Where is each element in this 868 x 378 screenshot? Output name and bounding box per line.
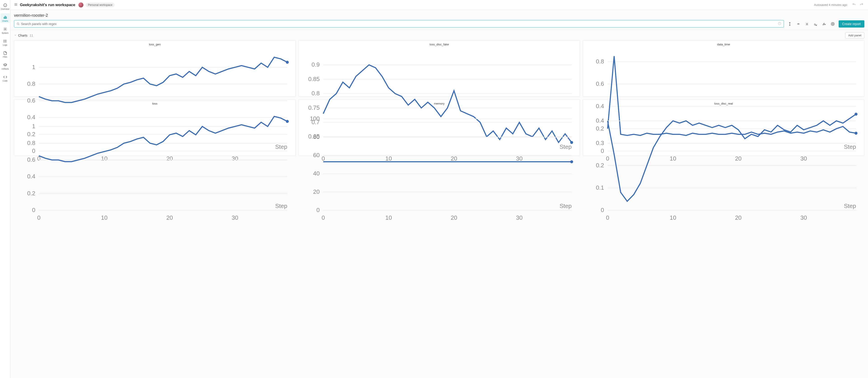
svg-text:0.85: 0.85 [308, 76, 320, 82]
sidebar-item-label: Overview [1, 8, 9, 10]
expand-vertical-icon[interactable] [787, 21, 793, 27]
smoothing-icon[interactable] [813, 21, 818, 27]
search-icon [17, 22, 20, 26]
sidebar-item-charts[interactable]: Charts [1, 13, 10, 23]
sidebar: Overview Charts System Logs Files Artifa… [0, 0, 10, 378]
settings-icon[interactable] [830, 21, 835, 27]
chart-panel[interactable]: loss_gen00.20.40.60.810102030Step [14, 40, 296, 97]
svg-point-6 [4, 29, 6, 30]
search-box[interactable] [14, 20, 784, 28]
x-axis-icon[interactable] [804, 21, 810, 27]
svg-text:20: 20 [166, 214, 173, 221]
gear-icon [3, 27, 7, 31]
workspace-title: Geekyrakshit's run workspace [20, 3, 75, 7]
sidebar-item-label: Files [3, 56, 7, 58]
add-panel-button[interactable]: Add panel [845, 32, 864, 38]
svg-point-12 [4, 42, 4, 42]
chart-body: 00.10.20.30.40102030Step [585, 106, 862, 225]
svg-text:10: 10 [101, 214, 107, 221]
charts-area: loss_gen00.20.40.60.810102030Steploss_di… [10, 40, 868, 378]
collapse-icon[interactable] [796, 21, 801, 27]
outliers-icon[interactable] [822, 21, 827, 27]
subheader: vermilion-rooster-2 Create report [10, 10, 868, 30]
svg-text:30: 30 [516, 214, 523, 221]
history-icon[interactable] [778, 22, 781, 26]
svg-point-97 [286, 120, 289, 123]
topbar: Geekyrakshit's run workspace Personal wo… [10, 0, 868, 10]
svg-text:0.2: 0.2 [27, 190, 35, 197]
undo-icon[interactable] [851, 2, 857, 8]
svg-point-45 [286, 61, 289, 64]
chart-title: data_time [585, 43, 862, 46]
svg-point-10 [4, 40, 4, 40]
workspace-badge[interactable]: Personal workspace [86, 3, 115, 7]
svg-text:0.4: 0.4 [27, 173, 35, 180]
svg-text:Step: Step [559, 202, 572, 209]
svg-text:0.3: 0.3 [596, 140, 604, 146]
svg-text:30: 30 [232, 214, 238, 221]
svg-text:0: 0 [32, 207, 35, 213]
chart-panel[interactable]: loss_disc_fake0.650.70.750.80.850.901020… [298, 40, 580, 97]
svg-point-131 [855, 113, 857, 115]
svg-text:80: 80 [313, 133, 320, 140]
bar-chart-icon [3, 15, 7, 19]
svg-text:0.1: 0.1 [596, 184, 604, 191]
svg-text:0: 0 [601, 207, 604, 213]
svg-text:10: 10 [385, 214, 392, 221]
sidebar-item-overview[interactable]: Overview [1, 1, 10, 11]
avatar[interactable] [79, 2, 84, 7]
svg-point-25 [824, 23, 825, 24]
sidebar-item-label: System [2, 32, 8, 34]
sidebar-item-files[interactable]: Files [1, 49, 10, 59]
sidebar-item-label: Code [3, 80, 8, 82]
chart-panel[interactable]: memory0204060801000102030Step [298, 99, 580, 156]
svg-text:1: 1 [32, 64, 35, 70]
code-icon [3, 75, 7, 79]
sidebar-item-system[interactable]: System [1, 25, 10, 35]
chart-panel[interactable]: data_time00.20.40.60.80102030Step [583, 40, 864, 97]
svg-text:0: 0 [316, 207, 320, 213]
svg-point-11 [4, 41, 4, 41]
sidebar-item-logs[interactable]: Logs [1, 37, 10, 47]
chart-panel[interactable]: loss_disc_real00.10.20.30.40102030Step [583, 99, 864, 156]
svg-point-17 [17, 23, 19, 25]
chart-title: loss_gen [17, 43, 293, 46]
svg-text:40: 40 [313, 170, 320, 177]
redo-icon[interactable] [859, 2, 864, 8]
main-content: Geekyrakshit's run workspace Personal wo… [10, 0, 868, 378]
svg-text:0.8: 0.8 [596, 58, 604, 65]
autosave-status: Autosaved 4 minutes ago [814, 3, 847, 6]
chevron-down-icon[interactable] [14, 34, 17, 37]
svg-text:0: 0 [37, 214, 40, 221]
menu-icon[interactable] [14, 3, 18, 7]
svg-text:0.6: 0.6 [27, 156, 35, 163]
stack-icon [3, 63, 7, 67]
svg-rect-5 [6, 17, 6, 19]
svg-text:Step: Step [275, 202, 287, 209]
chart-panel[interactable]: loss00.20.40.60.810102030Step [14, 99, 296, 156]
sidebar-item-label: Charts [2, 20, 8, 22]
svg-text:60: 60 [313, 152, 320, 159]
svg-text:0: 0 [606, 214, 609, 221]
svg-text:0.9: 0.9 [311, 61, 320, 68]
chart-body: 00.20.40.60.810102030Step [17, 106, 293, 225]
list-icon [3, 39, 7, 43]
svg-text:Step: Step [844, 202, 856, 209]
svg-point-27 [832, 24, 833, 24]
svg-text:100: 100 [310, 115, 320, 122]
run-name: vermilion-rooster-2 [14, 12, 864, 20]
search-input[interactable] [21, 22, 778, 26]
svg-marker-13 [3, 64, 7, 65]
section-count: 11 [30, 34, 33, 37]
svg-rect-3 [4, 17, 4, 19]
svg-rect-4 [5, 16, 5, 19]
svg-text:0.8: 0.8 [27, 140, 35, 146]
svg-text:20: 20 [451, 214, 457, 221]
svg-text:0.8: 0.8 [27, 80, 35, 87]
sidebar-item-code[interactable]: Code [1, 73, 10, 83]
svg-text:1: 1 [32, 123, 35, 130]
sidebar-item-artifacts[interactable]: Artifacts [1, 61, 10, 71]
sidebar-item-label: Artifacts [1, 68, 9, 70]
create-report-button[interactable]: Create report [839, 20, 864, 28]
svg-line-18 [19, 24, 19, 25]
